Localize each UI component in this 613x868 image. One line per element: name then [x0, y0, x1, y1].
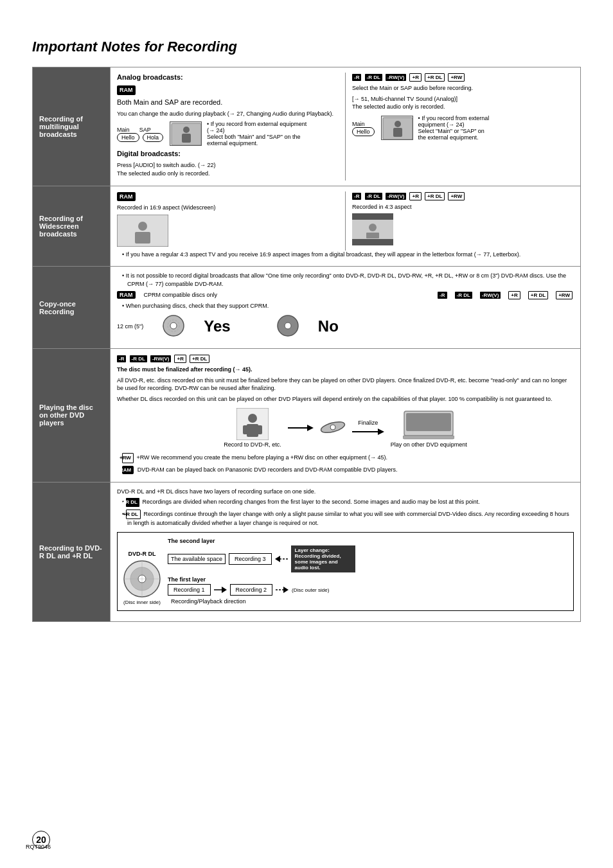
- svg-point-2: [183, 127, 190, 133]
- first-layer-label: The first layer: [168, 576, 568, 583]
- dvdrdl-desc1: DVD-R DL and +R DL discs have two layers…: [117, 488, 574, 496]
- widescreen-right-badges: -R -R DL -RW(V) +R +R DL +RW: [352, 191, 574, 200]
- section-dvdrdl-label: Recording to DVD-R DL and +R DL: [33, 483, 110, 622]
- analog-title: Analog broadcasts:: [117, 73, 183, 81]
- badge-plusr4: +R: [174, 355, 186, 363]
- badge-rwv3: -RW(V): [480, 292, 501, 299]
- svg-rect-25: [243, 425, 248, 434]
- svg-rect-13: [352, 239, 393, 245]
- section-copyonce: Copy-once Recording • It is not possible…: [33, 267, 580, 349]
- badge-plusr2: +R: [409, 192, 421, 200]
- section-multilingual-label: Recording of multilingual broadcasts: [33, 67, 110, 186]
- dvdrdl-rdl-note: • +R DL Recordings are divided when reco…: [122, 498, 574, 506]
- svg-rect-10: [135, 232, 150, 244]
- badge-rdl4: -R DL: [130, 355, 147, 362]
- recording3-block: Recording 3: [229, 553, 272, 565]
- right-ext-note: • If you record from external equipment …: [418, 115, 490, 141]
- recording1-block: Recording 1: [168, 584, 211, 596]
- svg-marker-44: [222, 587, 227, 593]
- widescreen-right-desc: Recorded in 4:3 aspect: [352, 203, 574, 211]
- playing-desc2: All DVD-R, etc. discs recorded on this u…: [117, 376, 574, 393]
- svg-marker-32: [378, 429, 384, 435]
- copyonce-ram-row: RAM CPRM compatible discs only -R -R DL …: [117, 291, 574, 299]
- first-layer-row: Recording 1 Recording 2: [168, 584, 568, 596]
- layer-diagram: DVD-R DL (Disc inner side): [117, 532, 574, 611]
- badge-rwv4: -RW(V): [150, 355, 172, 362]
- svg-point-23: [248, 414, 257, 423]
- right-main-labels: Main Hello: [352, 120, 376, 136]
- svg-rect-35: [403, 436, 454, 439]
- widescreen-4-3-figure: [352, 213, 574, 247]
- badge-r2: -R: [352, 193, 361, 200]
- svg-point-9: [138, 222, 147, 231]
- content-box: Recording of multilingual broadcasts Ana…: [32, 67, 581, 622]
- badge-plusrdl4: +R DL: [190, 355, 209, 363]
- svg-marker-28: [307, 425, 314, 431]
- ram-note: RAM DVD-RAM can be played back on Panaso…: [122, 466, 574, 474]
- second-layer-row: The available space Recording 3: [168, 545, 568, 572]
- second-layer-section: The second layer The available space Rec…: [168, 538, 568, 572]
- widescreen-right: -R -R DL -RW(V) +R +R DL +RW Recorded in…: [346, 191, 574, 251]
- disc-center: [320, 414, 346, 441]
- dvd-diagram: Record to DVD-R, etc.: [117, 408, 574, 448]
- section-playing-label: Playing the disc on other DVD players: [33, 349, 110, 482]
- arrow-area: [288, 423, 314, 432]
- right-hello-pill: Hello: [352, 127, 375, 136]
- dvd-r-dl-label: DVD-R DL: [129, 551, 156, 557]
- digital-desc: Press [AUDIO] to switch audio. (→ 22)The…: [117, 161, 339, 177]
- badge-rdl3: -R DL: [455, 292, 472, 299]
- disc-icon-ram: [163, 315, 184, 338]
- no-label: No: [318, 317, 339, 335]
- ext-note-left: • If you record from external equipment …: [207, 121, 306, 146]
- badge-plusrw: +RW: [448, 73, 465, 82]
- section-copyonce-content: • It is not possible to record digital b…: [110, 267, 580, 348]
- dvd-disc-icon: DVD-R DL (Disc inner side): [123, 538, 161, 605]
- play-label: Play on other DVD equipment: [391, 441, 467, 448]
- main-sap-labels: Main SAP Hello Hola: [117, 125, 164, 142]
- badge-rdl2: -R DL: [365, 193, 382, 200]
- svg-point-30: [330, 425, 335, 430]
- direction-label: Recording/Playback direction: [168, 598, 568, 605]
- svg-rect-12: [352, 213, 393, 220]
- svg-point-15: [369, 224, 377, 231]
- svg-point-6: [395, 121, 401, 127]
- multilingual-right: -R -R DL -RW(V) +R +R DL +RW Select the …: [346, 73, 574, 181]
- audio-diagram: Main SAP Hello Hola: [117, 121, 339, 146]
- badge-r3: -R: [438, 292, 447, 299]
- copyonce-ram-desc: CPRM compatible discs only: [144, 292, 218, 298]
- widescreen-two-col: RAM Recorded in 16:9 aspect (Widescreen): [117, 191, 574, 251]
- disc-icon-dvd: [277, 315, 299, 338]
- section-playing-content: -R -R DL -RW(V) +R +R DL The disc must b…: [110, 349, 580, 482]
- section-playing: Playing the disc on other DVD players -R…: [33, 349, 580, 483]
- dvdrdl-rdl-note2: • +R DL Recordings continue through the …: [122, 509, 574, 527]
- playing-desc1: The disc must be finalized after recordi…: [117, 366, 574, 374]
- multilingual-left: Analog broadcasts: RAM Both Main and SAP…: [117, 73, 346, 181]
- badge-plusr: +R: [409, 73, 421, 82]
- yes-label: Yes: [204, 317, 230, 335]
- multilingual-two-col: Analog broadcasts: RAM Both Main and SAP…: [117, 73, 574, 181]
- copyonce-note2: • When purchasing discs, check that they…: [122, 302, 574, 310]
- ram-badge-widescreen: RAM: [117, 192, 136, 202]
- badge-plusrdl3: +R DL: [528, 291, 548, 299]
- widescreen-left: RAM Recorded in 16:9 aspect (Widescreen): [117, 191, 346, 251]
- right-badges: -R -R DL -RW(V) +R +R DL +RW: [352, 73, 574, 82]
- badge-plusrdl-note2: +R DL: [126, 509, 141, 519]
- right-audio-diagram: Main Hello: [352, 115, 574, 141]
- badge-plusr3: +R: [508, 291, 520, 299]
- digital-title: Digital broadcasts:: [117, 150, 181, 157]
- badge-plusrdl2: +R DL: [425, 192, 445, 200]
- person-figure-right: [381, 116, 413, 140]
- badge-plusrw3: +RW: [556, 291, 573, 299]
- recording2-block: Recording 2: [230, 584, 273, 596]
- svg-rect-34: [406, 413, 451, 431]
- doc-code: RQT9046: [26, 844, 51, 850]
- rw-note: +RW +RW We recommend you create the menu…: [122, 453, 574, 463]
- right-desc: Select the Main or SAP audio before reco…: [352, 84, 574, 93]
- section-dvdrdl: Recording to DVD-R DL and +R DL DVD-R DL…: [33, 483, 580, 622]
- badge-rdl: -R DL: [365, 74, 382, 81]
- widescreen-note: • If you have a regular 4:3 aspect TV an…: [122, 251, 574, 259]
- badge-plusrdl: +R DL: [425, 73, 445, 82]
- section-multilingual-content: Analog broadcasts: RAM Both Main and SAP…: [110, 67, 580, 186]
- finalize-area: Finalize: [352, 420, 384, 436]
- hola-pill: Hola: [143, 133, 164, 142]
